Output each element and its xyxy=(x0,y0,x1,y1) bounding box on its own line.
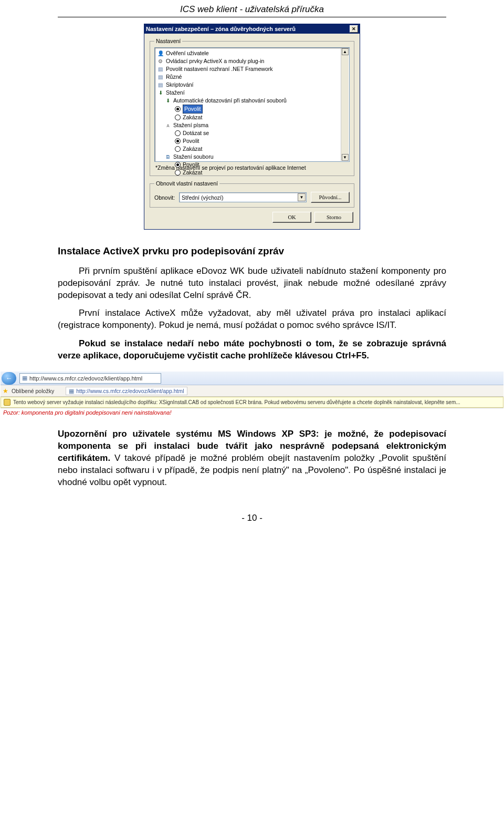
settings-group: Nastavení 👤Ověření uživatele⚙Ovládací pr… xyxy=(150,38,354,176)
reset-level-select[interactable]: Střední (výchozí) ▼ xyxy=(179,192,307,202)
reset-label: Obnovit: xyxy=(154,194,175,201)
tree-label: Povolit xyxy=(183,137,200,145)
ok-button[interactable]: OK xyxy=(272,212,311,223)
tree-label: Povolit xyxy=(183,161,200,169)
tree-label: Stažení písma xyxy=(173,121,208,129)
tree-row[interactable]: 🗎Stažení souboru xyxy=(157,153,348,161)
tree-row[interactable]: ⬇Automatické dotazování při stahování so… xyxy=(157,97,348,105)
radio-icon[interactable] xyxy=(175,146,181,152)
tree-row[interactable]: 👤Ověření uživatele xyxy=(157,49,348,57)
page-icon: ▦ xyxy=(22,375,27,382)
tree-row[interactable]: Zakázat xyxy=(157,114,348,121)
ie-infobar[interactable]: Tento webový server vyžaduje instalaci n… xyxy=(1,397,503,408)
ie-address-bar: ← ▦ http://www.cs.mfcr.cz/edovoz/klient/… xyxy=(1,372,503,385)
tree-row[interactable]: Dotázat se xyxy=(157,129,348,137)
reset-level-value: Střední (výchozí) xyxy=(182,194,223,201)
reset-button[interactable]: Původní... xyxy=(311,192,350,203)
tree-row[interactable]: Povolit xyxy=(157,161,348,169)
tree-label: Různé xyxy=(166,73,182,81)
tree-row[interactable]: ⬇Stažení xyxy=(157,89,348,97)
tree-label: Dotázat se xyxy=(183,129,209,137)
radio-icon[interactable] xyxy=(175,115,181,120)
font-icon: ᴀ xyxy=(164,122,171,129)
scroll-up-icon[interactable]: ▲ xyxy=(342,48,349,55)
reset-group: Obnovit vlastní nastavení Obnovit: Střed… xyxy=(150,180,354,208)
tree-label: Ověření uživatele xyxy=(166,49,209,57)
down-icon: ⬇ xyxy=(164,97,171,104)
down-icon: ⬇ xyxy=(157,89,164,96)
tree-row[interactable]: ᴀStažení písma xyxy=(157,121,348,129)
star-icon[interactable]: ★ xyxy=(3,387,8,395)
tree-row[interactable]: Povolit xyxy=(157,137,348,145)
tree-row[interactable]: ⚙Ovládací prvky ActiveX a moduly plug-in xyxy=(157,57,348,65)
tree-row[interactable]: Zakázat xyxy=(157,145,348,153)
page-header: ICS web klient - uživatelská příručka xyxy=(58,0,446,17)
reset-legend: Obnovit vlastní nastavení xyxy=(154,180,219,187)
tree-row[interactable]: ▤Povolit nastavení rozhraní .NET Framewo… xyxy=(157,65,348,73)
tree-row[interactable]: Povolit xyxy=(157,105,348,114)
ie-favorites-bar: ★ Oblíbené položky ▦ http://www.cs.mfcr.… xyxy=(1,385,503,397)
tree-label: Zakázat xyxy=(183,114,202,121)
document-body: Upozornění pro uživatele systému MS Wind… xyxy=(0,428,504,489)
security-settings-dialog: Nastavení zabezpečení – zóna důvěryhodný… xyxy=(144,24,360,230)
tree-row[interactable]: ▤Skriptování xyxy=(157,81,348,89)
page-icon: ▤ xyxy=(157,81,164,88)
ie-warning: Pozor: komponenta pro digitalni podepiso… xyxy=(1,408,503,417)
radio-icon[interactable] xyxy=(175,106,181,112)
radio-icon[interactable] xyxy=(175,130,181,136)
tree-label: Povolit xyxy=(183,105,203,114)
page-icon: ▦ xyxy=(69,388,74,394)
favorite-link-text: http://www.cs.mfcr.cz/edovoz/klient/app.… xyxy=(76,388,184,394)
radio-icon[interactable] xyxy=(175,170,181,176)
tree-label: Automatické dotazování při stahování sou… xyxy=(173,97,287,105)
radio-icon[interactable] xyxy=(175,138,181,144)
url-field[interactable]: ▦ http://www.cs.mfcr.cz/edovoz/klient/ap… xyxy=(19,373,161,384)
favorites-label: Oblíbené položky xyxy=(12,388,54,394)
tree-row[interactable]: Zakázat xyxy=(157,169,348,177)
shield-icon xyxy=(4,399,10,406)
chevron-down-icon[interactable]: ▼ xyxy=(298,193,306,201)
user-icon: 👤 xyxy=(157,50,164,57)
scroll-down-icon[interactable]: ▼ xyxy=(342,154,349,161)
infobar-text: Tento webový server vyžaduje instalaci n… xyxy=(13,399,460,405)
dialog-titlebar[interactable]: Nastavení zabezpečení – zóna důvěryhodný… xyxy=(144,24,360,34)
tree-label: Stažení xyxy=(166,89,185,97)
tree-label: Zakázat xyxy=(183,145,202,153)
tree-row[interactable]: ▤Různé xyxy=(157,73,348,81)
tree-label: Povolit nastavení rozhraní .NET Framewor… xyxy=(166,65,272,73)
close-icon[interactable]: ✕ xyxy=(350,25,358,33)
section-heading: Instalace ActiveX prvku pro podepisování… xyxy=(58,244,446,258)
scrollbar[interactable]: ▲ ▼ xyxy=(341,48,349,161)
paragraph: První instalace ActiveX může vyžadovat, … xyxy=(58,307,446,332)
ie-screenshot: ← ▦ http://www.cs.mfcr.cz/edovoz/klient/… xyxy=(1,372,503,417)
page-number: - 10 - xyxy=(0,495,504,529)
tree-label: Ovládací prvky ActiveX a moduly plug-in xyxy=(166,57,264,65)
gear-icon: ⚙ xyxy=(157,58,164,65)
radio-icon[interactable] xyxy=(175,162,181,168)
dialog-title: Nastavení zabezpečení – zóna důvěryhodný… xyxy=(146,26,296,32)
document-body: Instalace ActiveX prvku pro podepisování… xyxy=(0,244,504,362)
page-icon: ▤ xyxy=(157,66,164,73)
settings-legend: Nastavení xyxy=(154,38,182,44)
favorite-link[interactable]: ▦ http://www.cs.mfcr.cz/edovoz/klient/ap… xyxy=(66,387,187,395)
tree-label: Skriptování xyxy=(166,81,194,89)
tree-label: Stažení souboru xyxy=(173,153,213,161)
settings-tree[interactable]: 👤Ověření uživatele⚙Ovládací prvky Active… xyxy=(154,47,350,162)
back-icon[interactable]: ← xyxy=(2,372,16,385)
paragraph: Při prvním spuštění aplikace eDovoz WK b… xyxy=(58,265,446,302)
page-icon: ▤ xyxy=(157,74,164,80)
url-text: http://www.cs.mfcr.cz/edovoz/klient/app.… xyxy=(29,375,142,382)
tree-label: Zakázat xyxy=(183,169,202,177)
paragraph: Upozornění pro uživatele systému MS Wind… xyxy=(58,428,446,489)
cancel-button[interactable]: Storno xyxy=(314,212,353,223)
paragraph: Pokud se instalace nedaří nebo máte poch… xyxy=(58,338,446,362)
file-icon: 🗎 xyxy=(164,153,171,160)
